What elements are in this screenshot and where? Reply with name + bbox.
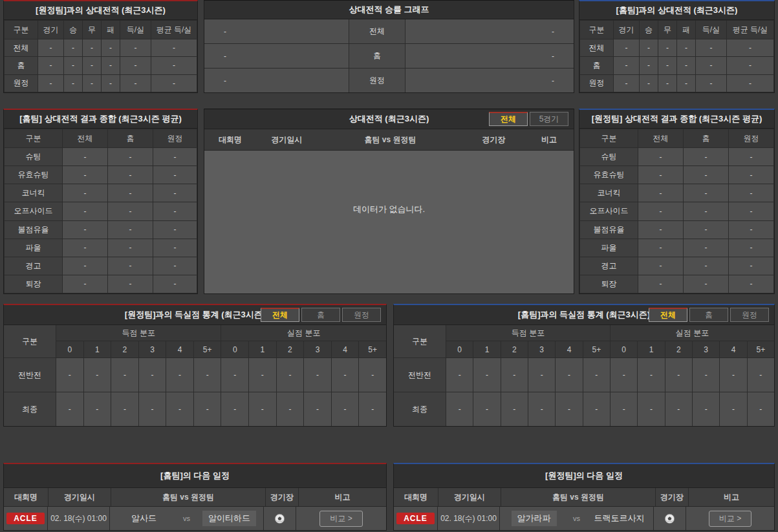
stat-cell: - xyxy=(528,392,555,426)
tab-home[interactable]: 홈 xyxy=(301,308,340,322)
row-label: 경고 xyxy=(5,257,63,275)
row-label: 오프사이드 xyxy=(5,202,63,220)
stat-cell: - xyxy=(151,74,197,92)
bin-header: 5+ xyxy=(748,341,774,357)
stat-cell: - xyxy=(332,358,359,392)
table-row: 파울 --- xyxy=(580,239,774,257)
row-label: 홈 xyxy=(580,57,614,74)
page: [원정팀]과의 상대전적 (최근3시즌) 구분경기승무패득/실평균 득/실 전체… xyxy=(0,0,778,532)
table-row: 슈팅 --- xyxy=(5,148,197,166)
stat-cell: - xyxy=(473,358,500,392)
panel-title: [홈팀]과의 득실점 통계 (최근3시즌) xyxy=(518,309,650,321)
table-row: 오프사이드 --- xyxy=(5,202,197,220)
stat-cell: - xyxy=(696,39,727,57)
stadium-ball-icon[interactable] xyxy=(274,513,285,524)
tab-all[interactable]: 전체 xyxy=(261,308,299,322)
bin-header: 2 xyxy=(277,341,304,357)
stat-cell: - xyxy=(84,392,111,426)
column-header: 비고 xyxy=(689,488,774,506)
table-row: 홈 ------ xyxy=(5,57,197,74)
tab-away[interactable]: 원정 xyxy=(342,308,381,322)
stat-cell: - xyxy=(684,202,729,220)
stat-cell: - xyxy=(63,220,108,239)
stat-cell: - xyxy=(108,184,153,202)
table-row: 슈팅 --- xyxy=(580,148,774,166)
stat-cell: - xyxy=(277,392,304,426)
column-header: 대회명 xyxy=(204,129,256,150)
tab-last5[interactable]: 5경기 xyxy=(530,112,568,126)
stat-cell: - xyxy=(64,39,83,57)
stat-cell: - xyxy=(108,257,153,275)
column-header: 구분 xyxy=(580,129,638,148)
row-label: 퇴장 xyxy=(580,275,638,293)
list-header-row: 대회명경기일시홈팀 vs 원정팀경기장비고 xyxy=(204,129,574,151)
stat-cell: - xyxy=(359,392,386,426)
table-row: 볼점유율 --- xyxy=(5,220,197,239)
tab-all[interactable]: 전체 xyxy=(489,112,528,126)
stat-cell: - xyxy=(153,202,197,220)
stat-cell: - xyxy=(684,275,729,293)
stat-cell: - xyxy=(501,358,528,392)
stat-cell: - xyxy=(277,358,304,392)
row-label: 최종 xyxy=(394,392,446,426)
stat-cell: - xyxy=(729,257,774,275)
stat-cell: - xyxy=(359,358,386,392)
stat-cell: - xyxy=(63,275,108,293)
bin-header: 1 xyxy=(249,341,276,357)
stat-cell: - xyxy=(38,57,64,74)
row-label: 전반전 xyxy=(4,358,56,392)
stat-cell: - xyxy=(139,358,166,392)
table-body: 전체 ------ 홈 ------ 원정 ------ xyxy=(5,39,197,92)
column-header: 대회명 xyxy=(4,488,49,506)
goals-away-tabs: 전체 홈 원정 xyxy=(259,308,381,322)
stat-cell: - xyxy=(166,358,193,392)
tab-away[interactable]: 원정 xyxy=(730,308,769,322)
bin-header: 2 xyxy=(111,341,138,357)
column-header: 경기장 xyxy=(656,488,689,506)
stat-cell: - xyxy=(658,57,677,74)
remark-cell: 비교 > xyxy=(686,507,774,530)
bin-header: 3 xyxy=(139,341,166,357)
compare-button[interactable]: 비교 > xyxy=(319,511,362,527)
compare-button[interactable]: 비교 > xyxy=(709,511,751,527)
panel-title-bar: [원정팀]과의 상대전적 (최근3시즌) xyxy=(4,1,197,20)
summary-away-table: 구분전체홈원정 슈팅 --- 유효슈팅 --- 코너킥 xyxy=(579,129,774,293)
stat-cell: - xyxy=(56,358,83,392)
stat-cell: - xyxy=(665,358,692,392)
stat-cell: - xyxy=(638,358,664,392)
home-winrate-value: - xyxy=(204,44,349,68)
stat-cell: - xyxy=(677,57,696,74)
stat-cell: - xyxy=(151,39,197,57)
stat-cell: - xyxy=(83,74,102,92)
stadium-ball-icon[interactable] xyxy=(664,513,675,524)
tab-all[interactable]: 전체 xyxy=(649,308,687,322)
stat-cell: - xyxy=(63,257,108,275)
panel-goals-vs-away: [원정팀]과의 득실점 통계 (최근3시즌) 전체 홈 원정 구분 득점 분포 … xyxy=(3,304,387,427)
column-header: 경기일시 xyxy=(438,488,501,506)
stat-cell: - xyxy=(684,239,729,257)
bin-header: 4 xyxy=(556,341,582,357)
column-header: 홈 xyxy=(684,129,729,148)
stat-cell: - xyxy=(153,184,197,202)
stat-cell: - xyxy=(153,148,197,166)
stat-cell: - xyxy=(614,57,640,74)
column-header: 홈팀 vs 원정팀 xyxy=(501,488,656,506)
stat-cell: - xyxy=(446,392,473,426)
tab-home[interactable]: 홈 xyxy=(689,308,728,322)
stat-cell: - xyxy=(249,392,276,426)
panel-title: [원정팀]과의 상대전적 (최근3시즌) xyxy=(36,5,166,16)
panel-title-bar: 상대전적 (최근3시즌) 전체 5경기 xyxy=(204,109,574,129)
stat-cell: - xyxy=(638,392,664,426)
bin-header: 5+ xyxy=(583,341,610,357)
panel-h2h-list: 상대전적 (최근3시즌) 전체 5경기 대회명경기일시홈팀 vs 원정팀경기장비… xyxy=(204,109,574,294)
column-header: 득/실 xyxy=(696,21,727,39)
column-header: 구분 xyxy=(5,129,63,148)
stat-cell: - xyxy=(63,239,108,257)
panel-title-bar: [원정팀]과의 득실점 통계 (최근3시즌) 전체 홈 원정 xyxy=(4,305,386,325)
row-label: 파울 xyxy=(5,239,63,257)
stat-cell: - xyxy=(677,74,696,92)
stat-cell: - xyxy=(102,74,120,92)
stat-cell: - xyxy=(108,148,153,166)
stat-cell: - xyxy=(111,392,138,426)
stat-cell: - xyxy=(194,392,221,426)
